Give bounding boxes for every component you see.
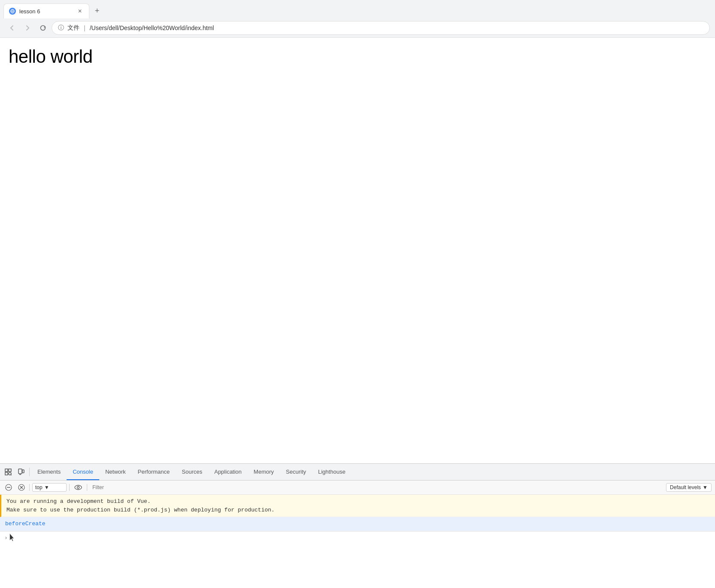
inspector-button[interactable] [2, 464, 15, 480]
console-input-area: › [0, 531, 715, 544]
context-value: top [35, 484, 43, 490]
levels-selector[interactable]: Default levels ▼ [666, 483, 712, 492]
forward-button[interactable] [21, 21, 34, 35]
devtools-tabs: Elements Console Network Performance Sou… [0, 464, 715, 481]
refresh-button[interactable] [36, 21, 50, 35]
clear-console-button[interactable] [3, 482, 14, 493]
levels-label: Default levels [670, 484, 701, 490]
address-separator: | [84, 24, 86, 31]
console-prompt-arrow: › [5, 535, 7, 541]
levels-arrow: ▼ [703, 484, 708, 490]
tab-close-button[interactable]: ✕ [76, 7, 84, 15]
tab-network[interactable]: Network [99, 464, 132, 480]
browser-tab[interactable]: lesson 6 ✕ [3, 3, 89, 18]
eye-button[interactable] [72, 482, 84, 493]
toolbar-separator-3 [87, 484, 87, 491]
toolbar-separator [29, 484, 30, 491]
tab-security[interactable]: Security [280, 464, 312, 480]
console-output: You are running a development build of V… [0, 495, 715, 588]
context-selector[interactable]: top ▼ [32, 483, 67, 492]
tab-bar: lesson 6 ✕ + [0, 0, 715, 18]
tab-title: lesson 6 [19, 8, 73, 15]
console-message-before-create: beforeCreate [0, 517, 715, 531]
navigation-toolbar: ⓘ 文件 | /Users/dell/Desktop/Hello%20World… [0, 18, 715, 37]
tab-performance[interactable]: Performance [132, 464, 176, 480]
tab-console[interactable]: Console [67, 464, 99, 480]
address-path: /Users/dell/Desktop/Hello%20World/index.… [90, 24, 214, 31]
filter-input[interactable] [90, 484, 663, 491]
svg-line-8 [11, 475, 12, 475]
tab-memory[interactable]: Memory [248, 464, 280, 480]
devtools-panel: Elements Console Network Performance Sou… [0, 463, 715, 588]
address-bar[interactable]: ⓘ 文件 | /Users/dell/Desktop/Hello%20World… [52, 21, 710, 35]
tab-favicon [9, 8, 16, 15]
page-heading: hello world [9, 46, 706, 67]
tab-sources[interactable]: Sources [176, 464, 208, 480]
vue-warning-text: You are running a development build of V… [6, 498, 275, 513]
svg-rect-9 [18, 469, 22, 474]
console-toolbar: top ▼ Default levels ▼ [0, 481, 715, 495]
file-label: 文件 [67, 24, 79, 32]
info-icon: ⓘ [58, 24, 64, 32]
context-arrow: ▼ [44, 484, 49, 490]
svg-point-17 [75, 485, 82, 490]
stop-button[interactable] [16, 482, 27, 493]
before-create-text: beforeCreate [5, 521, 46, 527]
svg-point-7 [9, 472, 11, 475]
toolbar-separator-2 [69, 484, 70, 491]
page-content: hello world [0, 38, 715, 463]
new-tab-button[interactable]: + [91, 5, 103, 17]
browser-chrome: lesson 6 ✕ + ⓘ 文件 | /Users/dell/Deskto [0, 0, 715, 38]
svg-point-18 [77, 487, 79, 489]
tab-elements[interactable]: Elements [31, 464, 67, 480]
svg-rect-10 [22, 470, 24, 473]
back-button[interactable] [5, 21, 19, 35]
svg-rect-4 [5, 469, 8, 472]
tab-lighthouse[interactable]: Lighthouse [312, 464, 351, 480]
tab-divider [29, 468, 30, 476]
console-message-vue-warning: You are running a development build of V… [0, 495, 715, 517]
svg-rect-6 [5, 472, 8, 475]
device-toolbar-button[interactable] [15, 464, 28, 480]
mouse-cursor [9, 533, 15, 542]
tab-application[interactable]: Application [208, 464, 248, 480]
svg-rect-5 [9, 469, 11, 472]
